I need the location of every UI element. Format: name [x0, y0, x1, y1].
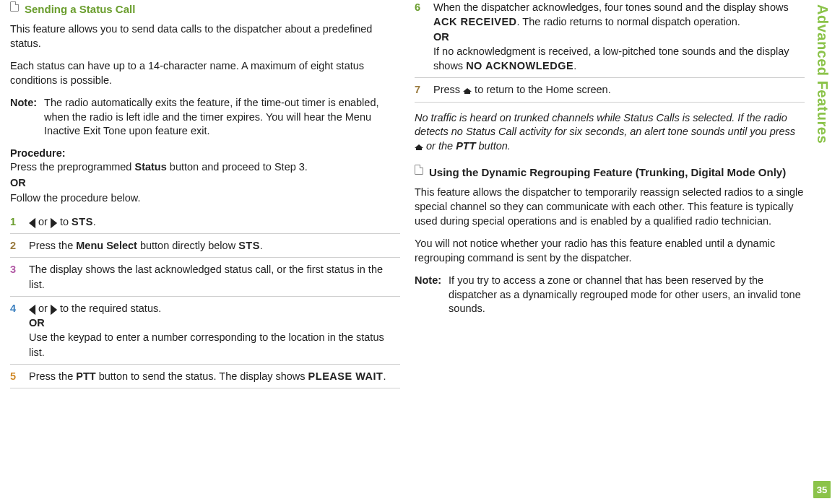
- chapter-label: Advanced Features: [814, 4, 831, 144]
- note-block-2: Note: If you try to access a zone or cha…: [415, 274, 805, 316]
- side-bar: Advanced Features 35: [812, 0, 832, 504]
- italic-note: No traffic is heard on trunked channels …: [415, 111, 805, 154]
- left-column: Sending a Status Call This feature allow…: [3, 0, 407, 504]
- note-text-2: If you try to access a zone or channel t…: [449, 274, 805, 316]
- menu-select-ref: Menu Select: [76, 240, 137, 251]
- s6a: When the dispatcher acknowledges, four t…: [433, 1, 789, 13]
- left-arrow-icon: ◀: [29, 300, 35, 319]
- step-number-2: 2: [10, 238, 20, 253]
- step-number-3: 3: [10, 262, 20, 292]
- intro-p1: This feature allows you to send data cal…: [10, 22, 400, 51]
- note-block: Note: The radio automatically exits the …: [10, 96, 400, 139]
- dr-p1: This feature allows the dispatcher to te…: [415, 186, 805, 228]
- step-2: 2 Press the Menu Select button directly …: [10, 238, 400, 253]
- step-2-body: Press the Menu Select button directly be…: [29, 238, 400, 253]
- divider: [10, 257, 400, 258]
- document-icon: [10, 1, 19, 12]
- step-7: 7 Press to return to the Home screen.: [415, 82, 805, 97]
- divider: [10, 364, 400, 365]
- step-number-6: 6: [415, 0, 425, 73]
- display-sts2: STS: [238, 240, 260, 251]
- display-no-acknowledge: NO ACKNOWLEDGE: [466, 60, 573, 71]
- step-6: 6 When the dispatcher acknowledges, four…: [415, 0, 805, 73]
- s2p: .: [260, 240, 263, 251]
- step-5: 5 Press the PTT button to send the statu…: [10, 369, 400, 383]
- document-icon: [415, 165, 423, 175]
- s5c: button to send the status. The display s…: [96, 370, 308, 382]
- proc1c: button and proceed to Step 3.: [167, 161, 308, 173]
- divider: [10, 388, 400, 388]
- s4a: or: [35, 303, 51, 314]
- right-arrow-icon: ▶: [51, 213, 57, 233]
- s5a: Press the: [29, 370, 76, 382]
- step-number-5: 5: [10, 369, 20, 383]
- procedure-option2: Follow the procedure below.: [10, 191, 400, 206]
- s1p: .: [93, 216, 96, 227]
- s2a: Press the: [29, 240, 76, 251]
- dr-p2: You will not notice whether your radio h…: [415, 237, 805, 265]
- step-4: 4 ◀ or ▶ to the required status. OR Use …: [10, 301, 400, 360]
- s6b: . The radio returns to normal dispatch o…: [517, 16, 740, 27]
- divider: [10, 296, 400, 297]
- step-5-body: Press the PTT button to send the status.…: [29, 369, 400, 383]
- heading-row: Sending a Status Call: [10, 0, 400, 22]
- note-label: Note:: [10, 96, 37, 139]
- display-ack-received: ACK RECEIVED: [433, 16, 517, 27]
- section-title-sending-status: Sending a Status Call: [25, 3, 135, 15]
- left-arrow-icon: ◀: [29, 213, 35, 233]
- s1b: to: [57, 216, 72, 227]
- note-text: The radio automatically exits the featur…: [44, 96, 400, 139]
- procedure-label: Procedure:: [10, 147, 400, 159]
- step-1: 1 ◀ or ▶ to STS.: [10, 214, 400, 229]
- step-4-body: ◀ or ▶ to the required status. OR Use th…: [29, 301, 400, 360]
- s5p: .: [383, 370, 386, 382]
- ptt-ref: PTT: [76, 370, 95, 382]
- heading-row-2: Using the Dynamic Regrouping Feature (Tr…: [415, 163, 805, 186]
- section-title-dynamic-regrouping: Using the Dynamic Regrouping Feature (Tr…: [429, 166, 786, 178]
- s7b: to return to the Home screen.: [472, 84, 611, 95]
- step-number-1: 1: [10, 214, 20, 229]
- divider: [415, 102, 805, 103]
- ptt-italic: PTT: [456, 140, 475, 152]
- s7a: Press: [433, 84, 463, 95]
- divider: [415, 77, 805, 78]
- s4c: Use the keypad to enter a number corresp…: [29, 331, 384, 357]
- status-button-ref: Status: [134, 161, 166, 173]
- right-column: 6 When the dispatcher acknowledges, four…: [407, 0, 812, 504]
- or-label-1: OR: [10, 176, 400, 191]
- note-label-2: Note:: [415, 274, 441, 316]
- or-text3: OR: [433, 31, 449, 43]
- step-3-body: The display shows the last acknowledged …: [29, 262, 400, 292]
- or-text: OR: [10, 177, 26, 188]
- intro-p2: Each status can have up to a 14-characte…: [10, 59, 400, 87]
- display-sts: STS: [72, 216, 93, 227]
- itb: or the: [423, 140, 456, 152]
- proc1a: Press the preprogrammed: [10, 161, 134, 173]
- step-number-7: 7: [415, 82, 425, 97]
- procedure-option1: Press the preprogrammed Status button an…: [10, 160, 400, 175]
- step-6-body: When the dispatcher acknowledges, four t…: [433, 0, 805, 73]
- home-icon: [463, 86, 472, 94]
- home-icon: [415, 142, 423, 150]
- s2c: button directly below: [137, 240, 238, 251]
- step-number-4: 4: [10, 301, 20, 360]
- page: Sending a Status Call This feature allow…: [0, 0, 840, 504]
- step-3: 3 The display shows the last acknowledge…: [10, 262, 400, 292]
- step-1-body: ◀ or ▶ to STS.: [29, 214, 400, 229]
- s4b: to the required status.: [57, 303, 161, 314]
- ita: No traffic is heard on trunked channels …: [415, 112, 795, 138]
- right-arrow-icon: ▶: [51, 300, 57, 319]
- divider: [10, 233, 400, 234]
- step-7-body: Press to return to the Home screen.: [433, 82, 805, 97]
- page-number: 35: [813, 481, 831, 498]
- itc: button.: [476, 140, 511, 152]
- s6p: .: [573, 60, 576, 71]
- s1a: or: [35, 216, 51, 227]
- display-please-wait: PLEASE WAIT: [308, 370, 384, 382]
